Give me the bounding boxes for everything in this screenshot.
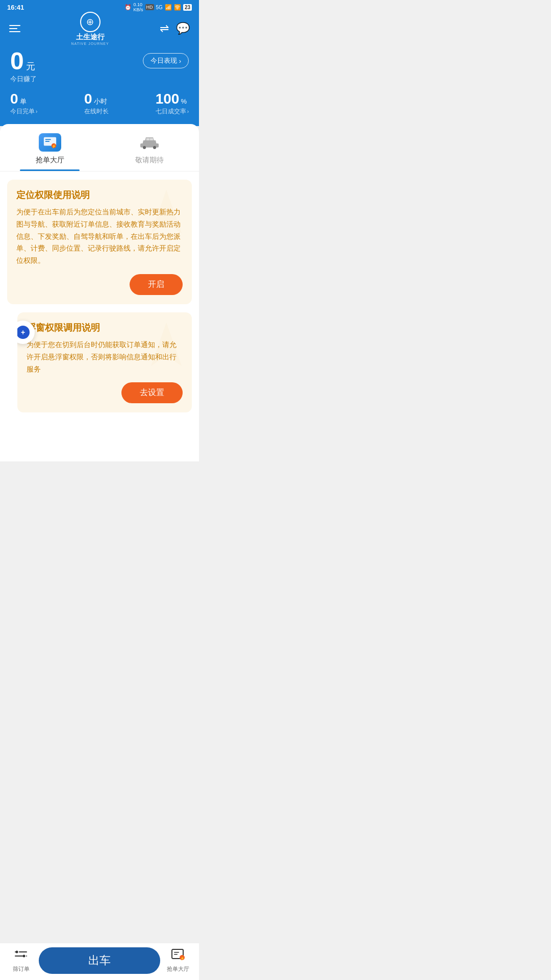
tab-coming-soon-label: 敬请期待 — [135, 156, 164, 165]
signal-bars: 📶 — [165, 4, 172, 11]
logo-name: 土生途行 — [76, 33, 105, 42]
hours-label: 在线时长 — [84, 107, 109, 116]
earnings-label: 今日赚了 — [10, 75, 37, 84]
wifi-icon: 🛜 — [174, 4, 181, 11]
svg-rect-1 — [45, 139, 51, 140]
rate-unit: % — [181, 97, 187, 105]
location-permission-card: 定位权限使用说明 为便于在出车前后为您定位当前城市、实时更新热力图与导航、获取附… — [7, 180, 192, 304]
earnings-unit: 元 — [26, 60, 35, 72]
location-enable-button[interactable]: 开启 — [130, 274, 183, 295]
location-card-title: 定位权限使用说明 — [16, 189, 183, 201]
menu-line-3 — [9, 31, 20, 32]
battery-indicator: 23 — [183, 4, 192, 11]
tab-bar: ⚡ 抢单大厅 敬请期待 — [0, 124, 199, 172]
orders-icon-svg: ⚡ — [43, 135, 57, 150]
float-settings-button[interactable]: 去设置 — [121, 382, 183, 403]
app-header: ⊕ 土生途行 NATIVE JOURNEY ⇌ 💬 — [0, 14, 199, 43]
orders-label[interactable]: 今日完单 › — [10, 107, 37, 116]
orders-unit: 单 — [20, 97, 27, 106]
signal-5g: 5G — [156, 5, 163, 10]
tab-orders-icon-wrap: ⚡ — [38, 132, 62, 153]
rate-label[interactable]: 七日成交率 › — [156, 107, 189, 116]
earnings-amount: 0 元 — [10, 49, 37, 74]
svg-point-7 — [153, 146, 156, 149]
scan-icon[interactable]: ⇌ — [160, 22, 169, 35]
svg-rect-9 — [150, 138, 153, 140]
today-performance-button[interactable]: 今日表现 › — [143, 53, 189, 68]
shield-icon: + — [17, 326, 30, 339]
svg-rect-8 — [146, 138, 149, 140]
float-card-desc: 为便于您在切到后台时仍能获取订单通知，请允许开启悬浮窗权限，否则将影响信息通知和… — [27, 339, 183, 375]
menu-line-1 — [9, 25, 20, 26]
metric-rate-top: 100 % — [156, 92, 189, 106]
app-logo: ⊕ 土生途行 NATIVE JOURNEY — [71, 12, 109, 45]
svg-point-6 — [143, 146, 146, 149]
data-speed: 0.10KB/s — [134, 2, 143, 12]
hours-count: 0 — [84, 92, 92, 106]
metric-hours-top: 0 小时 — [84, 92, 109, 106]
svg-text:⚡: ⚡ — [51, 144, 56, 149]
metric-hours: 0 小时 在线时长 — [84, 92, 109, 116]
metric-rate: 100 % 七日成交率 › — [156, 92, 189, 116]
metric-orders: 0 单 今日完单 › — [10, 92, 37, 116]
svg-rect-2 — [45, 141, 49, 142]
metric-orders-top: 0 单 — [10, 92, 37, 106]
hours-label-text: 在线时长 — [84, 107, 109, 116]
logo-circle: ⊕ — [80, 12, 101, 32]
message-icon[interactable]: 💬 — [176, 22, 190, 35]
earnings-row: 0 元 今日赚了 今日表现 › — [10, 49, 189, 84]
menu-line-2 — [9, 28, 17, 29]
earnings-left: 0 元 今日赚了 — [10, 49, 37, 84]
cards-area: 定位权限使用说明 为便于在出车前后为您定位当前城市、实时更新热力图与导航、获取附… — [0, 172, 199, 421]
car-icon-svg — [138, 134, 161, 151]
orders-count: 0 — [10, 92, 18, 106]
orders-chevron-icon: › — [36, 109, 37, 114]
rate-chevron-icon: › — [187, 109, 189, 114]
metrics-row: 0 单 今日完单 › 0 小时 在线时长 100 % 七日成交率 — [10, 92, 189, 116]
tab-orders-label: 抢单大厅 — [36, 156, 64, 165]
logo-subtitle: NATIVE JOURNEY — [71, 42, 109, 45]
float-card-title: 浮窗权限调用说明 — [27, 322, 183, 334]
tab-car-icon-wrap — [137, 132, 162, 153]
main-content: ⚡ 抢单大厅 敬请期待 — [0, 124, 199, 461]
stats-section: 0 元 今日赚了 今日表现 › 0 单 今日完单 › 0 小时 — [0, 43, 199, 126]
location-card-desc: 为便于在出车前后为您定位当前城市、实时更新热力图与导航、获取附近订单信息、接收教… — [16, 206, 183, 267]
menu-button[interactable] — [9, 25, 20, 32]
alarm-icon: ⏰ — [124, 4, 132, 11]
status-icons: ⏰ 0.10KB/s HD 5G 📶 🛜 23 — [124, 2, 192, 12]
tab-orders-hall[interactable]: ⚡ 抢单大厅 — [0, 132, 99, 171]
rate-label-text: 七日成交率 — [156, 107, 186, 116]
header-actions: ⇌ 💬 — [160, 22, 190, 35]
chevron-right-icon: › — [179, 57, 181, 65]
earnings-number: 0 — [10, 49, 24, 74]
orders-label-text: 今日完单 — [10, 107, 35, 116]
float-window-permission-card: + 浮窗权限调用说明 为便于您在切到后台时仍能获取订单通知，请允许开启悬浮窗权限… — [17, 312, 192, 412]
logo-symbol: ⊕ — [86, 16, 94, 28]
rate-count: 100 — [156, 92, 180, 106]
hours-unit: 小时 — [94, 97, 107, 106]
hd-icon: HD — [145, 4, 154, 10]
status-time: 16:41 — [7, 4, 24, 11]
today-performance-label: 今日表现 — [151, 56, 177, 65]
orders-hall-icon: ⚡ — [39, 133, 61, 152]
tab-coming-soon[interactable]: 敬请期待 — [99, 132, 199, 171]
